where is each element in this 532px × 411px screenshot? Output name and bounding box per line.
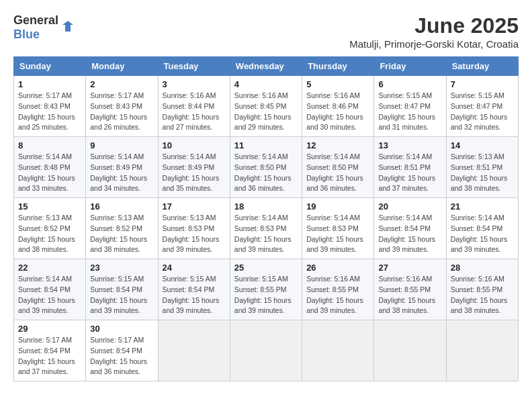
calendar-week-4: 22Sunrise: 5:14 AMSunset: 8:54 PMDayligh… [14,259,519,320]
day-1: 1Sunrise: 5:17 AMSunset: 8:43 PMDaylight… [14,76,86,137]
calendar-week-1: 1Sunrise: 5:17 AMSunset: 8:43 PMDaylight… [14,76,519,137]
empty-cell [230,320,302,381]
day-2: 2Sunrise: 5:17 AMSunset: 8:43 PMDaylight… [86,76,158,137]
day-29: 29Sunrise: 5:17 AMSunset: 8:54 PMDayligh… [14,320,86,381]
logo-icon [60,19,76,36]
day-8: 8Sunrise: 5:14 AMSunset: 8:48 PMDaylight… [14,137,86,198]
day-25: 25Sunrise: 5:15 AMSunset: 8:55 PMDayligh… [230,259,302,320]
logo-general: General [13,13,58,27]
empty-cell [302,320,374,381]
col-wednesday: Wednesday [230,57,302,76]
calendar-header-row: Sunday Monday Tuesday Wednesday Thursday… [14,57,519,76]
col-monday: Monday [86,57,158,76]
day-14: 14Sunrise: 5:13 AMSunset: 8:51 PMDayligh… [446,137,518,198]
day-19: 19Sunrise: 5:14 AMSunset: 8:53 PMDayligh… [302,198,374,259]
day-22: 22Sunrise: 5:14 AMSunset: 8:54 PMDayligh… [14,259,86,320]
day-11: 11Sunrise: 5:14 AMSunset: 8:50 PMDayligh… [230,137,302,198]
day-27: 27Sunrise: 5:16 AMSunset: 8:55 PMDayligh… [374,259,446,320]
logo-blue: Blue [13,28,40,41]
title-area: June 2025 Matulji, Primorje-Gorski Kotar… [349,13,519,50]
logo-text: General Blue [13,13,58,42]
logo: General Blue [13,13,76,42]
day-21: 21Sunrise: 5:14 AMSunset: 8:54 PMDayligh… [446,198,518,259]
calendar-week-5: 29Sunrise: 5:17 AMSunset: 8:54 PMDayligh… [14,320,519,381]
day-15: 15Sunrise: 5:13 AMSunset: 8:52 PMDayligh… [14,198,86,259]
day-4: 4Sunrise: 5:16 AMSunset: 8:45 PMDaylight… [230,76,302,137]
calendar-week-2: 8Sunrise: 5:14 AMSunset: 8:48 PMDaylight… [14,137,519,198]
col-tuesday: Tuesday [158,57,230,76]
day-24: 24Sunrise: 5:15 AMSunset: 8:54 PMDayligh… [158,259,230,320]
day-20: 20Sunrise: 5:14 AMSunset: 8:54 PMDayligh… [374,198,446,259]
day-3: 3Sunrise: 5:16 AMSunset: 8:44 PMDaylight… [158,76,230,137]
day-10: 10Sunrise: 5:14 AMSunset: 8:49 PMDayligh… [158,137,230,198]
day-7: 7Sunrise: 5:15 AMSunset: 8:47 PMDaylight… [446,76,518,137]
day-30: 30Sunrise: 5:17 AMSunset: 8:54 PMDayligh… [86,320,158,381]
col-thursday: Thursday [302,57,374,76]
day-6: 6Sunrise: 5:15 AMSunset: 8:47 PMDaylight… [374,76,446,137]
day-5: 5Sunrise: 5:16 AMSunset: 8:46 PMDaylight… [302,76,374,137]
day-18: 18Sunrise: 5:14 AMSunset: 8:53 PMDayligh… [230,198,302,259]
main-title: June 2025 [349,13,519,38]
day-16: 16Sunrise: 5:13 AMSunset: 8:52 PMDayligh… [86,198,158,259]
day-12: 12Sunrise: 5:14 AMSunset: 8:50 PMDayligh… [302,137,374,198]
col-friday: Friday [374,57,446,76]
col-saturday: Saturday [446,57,518,76]
day-9: 9Sunrise: 5:14 AMSunset: 8:49 PMDaylight… [86,137,158,198]
empty-cell [158,320,230,381]
day-28: 28Sunrise: 5:16 AMSunset: 8:55 PMDayligh… [446,259,518,320]
calendar: Sunday Monday Tuesday Wednesday Thursday… [13,56,519,381]
day-23: 23Sunrise: 5:15 AMSunset: 8:54 PMDayligh… [86,259,158,320]
calendar-week-3: 15Sunrise: 5:13 AMSunset: 8:52 PMDayligh… [14,198,519,259]
day-17: 17Sunrise: 5:13 AMSunset: 8:53 PMDayligh… [158,198,230,259]
day-13: 13Sunrise: 5:14 AMSunset: 8:51 PMDayligh… [374,137,446,198]
subtitle: Matulji, Primorje-Gorski Kotar, Croatia [349,38,519,50]
col-sunday: Sunday [14,57,86,76]
header: General Blue June 2025 Matulji, Primorje… [13,13,519,50]
day-26: 26Sunrise: 5:16 AMSunset: 8:55 PMDayligh… [302,259,374,320]
empty-cell [446,320,518,381]
empty-cell [374,320,446,381]
